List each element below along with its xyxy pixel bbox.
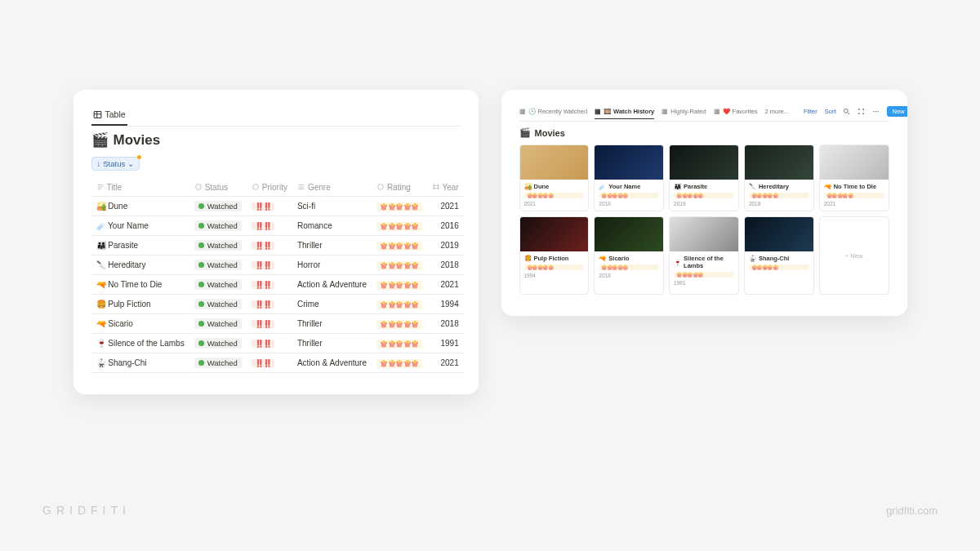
cell-year[interactable]: 2021	[427, 353, 464, 373]
cell-genre[interactable]: Crime	[292, 295, 372, 314]
more-icon[interactable]	[872, 108, 880, 115]
cell-status[interactable]: Watched	[189, 334, 247, 353]
table-row[interactable]: 🍷 Silence of the LambsWatched‼️‼️Thrille…	[91, 334, 464, 353]
table-row[interactable]: 🥋 Shang-ChiWatched‼️‼️Action & Adventure…	[91, 353, 464, 373]
row-title: Shang-Chi	[108, 358, 146, 367]
gallery-card[interactable]: 🔫Sicario🍿🍿🍿🍿🍿2018	[594, 216, 664, 295]
cell-priority[interactable]: ‼️‼️	[247, 314, 292, 334]
cell-rating[interactable]: 🍿🍿🍿🍿🍿	[372, 256, 427, 275]
cell-year[interactable]: 1991	[427, 334, 464, 353]
gallery-card[interactable]: 🍔Pulp Fiction🍿🍿🍿🍿🍿1994	[519, 216, 590, 295]
cell-rating[interactable]: 🍿🍿🍿🍿🍿	[372, 334, 427, 353]
col-priority[interactable]: Priority	[247, 179, 292, 197]
cell-genre[interactable]: Romance	[292, 216, 372, 236]
cell-year[interactable]: 2021	[427, 197, 464, 216]
cell-status[interactable]: Watched	[189, 295, 247, 314]
sort-button[interactable]: Sort	[825, 108, 836, 115]
table-row[interactable]: ☄️ Your NameWatched‼️‼️Romance🍿🍿🍿🍿🍿2016	[91, 216, 464, 236]
site-watermark: gridfiti.com	[886, 504, 938, 517]
cell-rating[interactable]: 🍿🍿🍿🍿🍿	[372, 295, 427, 314]
cell-status[interactable]: Watched	[189, 197, 247, 216]
cell-title[interactable]: 🍷 Silence of the Lambs	[91, 334, 189, 353]
status-tag: Watched	[194, 201, 242, 211]
filter-chip-status[interactable]: ↓ Status ⌄	[91, 157, 140, 171]
cell-priority[interactable]: ‼️‼️	[247, 295, 292, 314]
cell-priority[interactable]: ‼️‼️	[247, 256, 292, 275]
cell-year[interactable]: 1994	[427, 295, 464, 314]
tab-favorites[interactable]: ▦ ❤️ Favorites	[714, 108, 758, 115]
cell-rating[interactable]: 🍿🍿🍿🍿🍿	[372, 275, 427, 295]
table-row[interactable]: 🔪 HereditaryWatched‼️‼️Horror🍿🍿🍿🍿🍿2018	[91, 256, 464, 275]
card-title: 🍷Silence of the Lambs	[674, 255, 734, 269]
gallery-card[interactable]: 🏜️Dune🍿🍿🍿🍿🍿2021	[519, 144, 590, 211]
cell-status[interactable]: Watched	[189, 353, 247, 373]
cell-priority[interactable]: ‼️‼️	[247, 275, 292, 295]
cell-status[interactable]: Watched	[189, 216, 247, 236]
cell-year[interactable]: 2018	[427, 314, 464, 334]
cell-year[interactable]: 2016	[427, 216, 464, 236]
col-year[interactable]: Year	[427, 179, 464, 197]
gallery-card[interactable]: 🥋Shang-Chi🍿🍿🍿🍿🍿	[744, 216, 814, 295]
gallery-icon: ▦	[519, 108, 526, 115]
cell-title[interactable]: 🏜️ Dune	[91, 197, 189, 216]
table-row[interactable]: 🔫 SicarioWatched‼️‼️Thriller🍿🍿🍿🍿🍿2018	[91, 314, 464, 334]
cell-title[interactable]: 🔫 No Time to Die	[91, 275, 189, 295]
table-row[interactable]: 🍔 Pulp FictionWatched‼️‼️Crime🍿🍿🍿🍿🍿1994	[91, 295, 464, 314]
tab-highly-rated[interactable]: ▦ Highly-Rated	[662, 108, 706, 115]
gallery-card[interactable]: 👨‍👩‍👧Parasite🍿🍿🍿🍿🍿2019	[669, 144, 739, 211]
cell-genre[interactable]: Action & Adventure	[292, 275, 372, 295]
cell-genre[interactable]: Thriller	[292, 236, 372, 256]
filter-button[interactable]: Filter	[804, 108, 817, 115]
gallery-card[interactable]: ☄️Your Name🍿🍿🍿🍿🍿2016	[594, 144, 664, 211]
cell-year[interactable]: 2019	[427, 236, 464, 256]
cell-status[interactable]: Watched	[189, 256, 247, 275]
row-emoji: ☄️	[96, 221, 106, 230]
cell-priority[interactable]: ‼️‼️	[247, 353, 292, 373]
cell-genre[interactable]: Thriller	[292, 334, 372, 353]
gallery-card[interactable]: 🍷Silence of the Lambs🍿🍿🍿🍿🍿1991	[669, 216, 739, 295]
cell-status[interactable]: Watched	[189, 314, 247, 334]
row-title: Sicario	[108, 319, 133, 328]
more-views[interactable]: 2 more...	[764, 108, 789, 115]
col-title[interactable]: Title	[91, 179, 189, 197]
gallery-card[interactable]: 🔫No Time to Die🍿🍿🍿🍿🍿2021	[819, 144, 889, 211]
new-button[interactable]: New ⌄	[887, 106, 906, 117]
cell-title[interactable]: 🥋 Shang-Chi	[91, 353, 189, 373]
cell-priority[interactable]: ‼️‼️	[247, 334, 292, 353]
cell-status[interactable]: Watched	[189, 275, 247, 295]
cell-rating[interactable]: 🍿🍿🍿🍿🍿	[372, 236, 427, 256]
col-rating[interactable]: Rating	[372, 179, 427, 197]
tab-watch-history[interactable]: ▦ 🎞️ Watch History	[595, 108, 654, 119]
cell-rating[interactable]: 🍿🍿🍿🍿🍿	[372, 353, 427, 373]
expand-icon[interactable]	[858, 108, 865, 115]
cell-genre[interactable]: Horror	[292, 256, 372, 275]
cell-year[interactable]: 2018	[427, 256, 464, 275]
tab-recently-watched[interactable]: ▦ 🕒 Recently Watched	[519, 108, 588, 115]
new-card-button[interactable]: + New	[819, 216, 889, 295]
table-row[interactable]: 👨‍👩‍👧 ParasiteWatched‼️‼️Thriller🍿🍿🍿🍿🍿20…	[91, 236, 464, 256]
search-icon[interactable]	[843, 108, 850, 115]
col-status[interactable]: Status	[189, 179, 247, 197]
cell-year[interactable]: 2021	[427, 275, 464, 295]
cell-genre[interactable]: Sci-fi	[292, 197, 372, 216]
table-row[interactable]: 🔫 No Time to DieWatched‼️‼️Action & Adve…	[91, 275, 464, 295]
cell-priority[interactable]: ‼️‼️	[247, 197, 292, 216]
cell-rating[interactable]: 🍿🍿🍿🍿🍿	[372, 197, 427, 216]
status-tag: Watched	[194, 338, 242, 349]
col-genre[interactable]: Genre	[292, 179, 372, 197]
cell-title[interactable]: 👨‍👩‍👧 Parasite	[91, 236, 189, 256]
cell-title[interactable]: 🔪 Hereditary	[91, 256, 189, 275]
gallery-card[interactable]: 🔪Hereditary🍿🍿🍿🍿🍿2018	[744, 144, 814, 211]
cell-title[interactable]: 🍔 Pulp Fiction	[91, 295, 189, 314]
cell-priority[interactable]: ‼️‼️	[247, 216, 292, 236]
cell-rating[interactable]: 🍿🍿🍿🍿🍿	[372, 314, 427, 334]
cell-genre[interactable]: Thriller	[292, 314, 372, 334]
cell-title[interactable]: ☄️ Your Name	[91, 216, 189, 236]
table-row[interactable]: 🏜️ DuneWatched‼️‼️Sci-fi🍿🍿🍿🍿🍿2021	[91, 197, 464, 216]
cell-title[interactable]: 🔫 Sicario	[91, 314, 189, 334]
view-tab-table[interactable]: Table	[91, 106, 127, 126]
cell-rating[interactable]: 🍿🍿🍿🍿🍿	[372, 216, 427, 236]
cell-status[interactable]: Watched	[189, 236, 247, 256]
cell-priority[interactable]: ‼️‼️	[247, 236, 292, 256]
cell-genre[interactable]: Action & Adventure	[292, 353, 372, 373]
